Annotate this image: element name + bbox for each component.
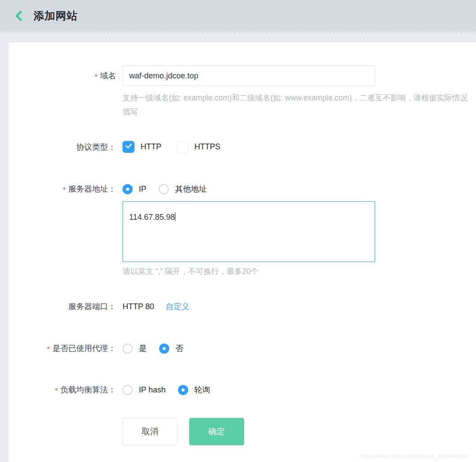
proxy-label-cell: *是否已使用代理： [8,343,123,354]
text-cursor [175,212,175,221]
page-header: 添加网站 [0,0,476,31]
address-option-other[interactable]: 其他地址 [159,184,207,194]
domain-label: 域名 [100,71,116,80]
radio-unselected-icon[interactable] [123,385,133,395]
back-button[interactable] [13,10,25,22]
lb-roundrobin-label: 轮询 [194,384,210,395]
lb-option-iphash[interactable]: IP hash [123,385,166,395]
server-ip-value: 114.67.85.98 [129,213,175,222]
server-address-row: *服务器地址： IP 其他地址 [8,184,476,194]
required-asterisk: * [94,73,97,81]
server-address-label-cell: *服务器地址： [8,184,123,194]
lb-option-roundrobin[interactable]: 轮询 [178,384,210,395]
proxy-row: *是否已使用代理： 是 否 [8,343,476,354]
radio-selected-icon[interactable] [159,344,169,354]
checkbox-unchecked-icon[interactable] [176,141,188,153]
server-ip-help-text: 请以英文 “,” 隔开，不可换行，最多20个 [123,265,476,277]
radio-selected-icon[interactable] [123,184,133,194]
add-site-form: *域名 支持一级域名(如: example.com)和二级域名(如: www.e… [8,42,476,445]
server-port-label: 服务器端口： [8,301,123,312]
proxy-option-no[interactable]: 否 [159,343,183,354]
protocol-http-label: HTTP [141,142,161,152]
protocol-https-label: HTTPS [194,142,220,152]
protocol-row: 协议类型： HTTP HTTPS [8,141,476,153]
address-option-ip[interactable]: IP [123,184,146,194]
radio-unselected-icon[interactable] [159,184,169,194]
radio-unselected-icon[interactable] [123,344,133,354]
domain-row: *域名 [8,66,476,86]
server-port-value: HTTP 80 [123,302,154,311]
required-asterisk: * [55,387,58,395]
lb-iphash-label: IP hash [139,385,166,395]
address-other-label: 其他地址 [175,184,207,194]
domain-input[interactable] [123,66,375,86]
lb-label-cell: *负载均衡算法： [8,384,123,395]
required-asterisk: * [63,186,66,194]
domain-help-text: 支持一级域名(如: example.com)和二级域名(如: www.examp… [123,91,472,119]
buttons-row: 取消 确定 [8,418,476,445]
cancel-button[interactable]: 取消 [123,418,178,445]
server-ip-textarea[interactable]: 114.67.85.98 [123,201,375,262]
checkbox-checked-icon[interactable] [123,141,134,153]
header-zigzag-edge [0,31,476,34]
page-title: 添加网站 [33,9,78,23]
address-ip-label: IP [139,185,146,194]
protocol-option-http[interactable]: HTTP [123,141,161,153]
server-address-label: 服务器地址： [68,185,116,193]
radio-selected-icon[interactable] [178,385,188,395]
proxy-option-yes[interactable]: 是 [123,343,147,354]
chevron-left-icon [14,11,24,21]
confirm-button[interactable]: 确定 [189,418,244,445]
form-card: *域名 支持一级域名(如: example.com)和二级域名(如: www.e… [8,42,476,462]
protocol-option-https[interactable]: HTTPS [176,141,220,153]
lb-label: 负载均衡算法： [60,385,116,394]
proxy-label: 是否已使用代理： [52,344,116,353]
protocol-label: 协议类型： [8,142,123,152]
required-asterisk: * [47,345,50,354]
watermark-text: https://blog.csdn.net/jdcloud_architectu… [359,453,469,459]
proxy-yes-label: 是 [139,343,147,354]
server-port-row: 服务器端口： HTTP 80 自定义 [8,301,476,312]
load-balancing-row: *负载均衡算法： IP hash 轮询 [8,384,476,395]
proxy-no-label: 否 [175,343,183,354]
domain-label-cell: *域名 [8,70,123,81]
customize-port-link[interactable]: 自定义 [166,301,190,312]
